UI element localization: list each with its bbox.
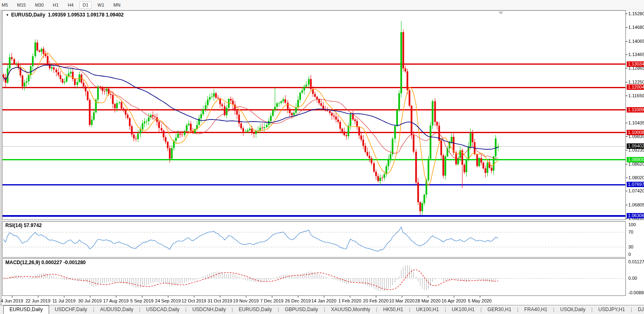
tab-uk100-h1-9[interactable]: UK100,H1 — [410, 305, 445, 314]
timeframe-button-w1[interactable]: W1 — [94, 1, 108, 9]
tab-hk50-h1-8[interactable]: HK50,H1 — [377, 305, 409, 314]
timeframe-button-mn[interactable]: MN — [110, 1, 124, 9]
tab-fra40-h1-12[interactable]: FRA40,H1 — [519, 305, 553, 314]
tab-uk100-h1-10[interactable]: UK100,H1 — [446, 305, 480, 314]
timeframe-button-m5[interactable]: M5 — [0, 1, 11, 9]
tab-dj30-daily-15[interactable]: DJ30,Daily — [632, 305, 644, 314]
timeframe-toolbar: M5M15M30H1H4D1W1MN — [0, 0, 644, 10]
tab-usdcnh-daily-4[interactable]: USDCNH,Daily — [186, 305, 231, 314]
tab-usdcad-daily-3[interactable]: USDCAD,Daily — [140, 305, 185, 314]
chart-tab-bar: EURUSD,DailyUSDCHF,Daily|AUDUSD,Daily|US… — [0, 305, 644, 314]
mt4-chart-window: M5M15M30H1H4D1W1MN ▼EURUSD,Daily 1.09359… — [0, 0, 644, 314]
price-chart-canvas[interactable] — [0, 10, 644, 305]
timeframe-button-h4[interactable]: H4 — [64, 1, 77, 9]
tab-usdjpy-h1-14[interactable]: USDJPY,H1 — [592, 305, 630, 314]
timeframe-button-m30[interactable]: M30 — [32, 1, 47, 9]
tab-ger30-h1-11[interactable]: GER30,H1 — [482, 305, 517, 314]
tab-xauusd-monthly-7[interactable]: XAUUSD,Monthly — [325, 305, 376, 314]
tab-usdchf-daily-1[interactable]: USDCHF,Daily — [49, 305, 93, 314]
timeframe-button-d1[interactable]: D1 — [79, 1, 92, 9]
tab-eurusd-daily-0[interactable]: EURUSD,Daily — [3, 305, 49, 314]
tab-usoil-daily-13[interactable]: USOil,Daily — [554, 305, 591, 314]
timeframe-button-h1[interactable]: H1 — [50, 1, 62, 9]
timeframe-button-m15[interactable]: M15 — [14, 1, 29, 9]
tab-audusd-daily-2[interactable]: AUDUSD,Daily — [94, 305, 139, 314]
tab-gbpusd-daily-6[interactable]: GBPUSD,Daily — [279, 305, 324, 314]
tab-eurusd-daily-5[interactable]: EURUSD,Daily — [233, 305, 278, 314]
